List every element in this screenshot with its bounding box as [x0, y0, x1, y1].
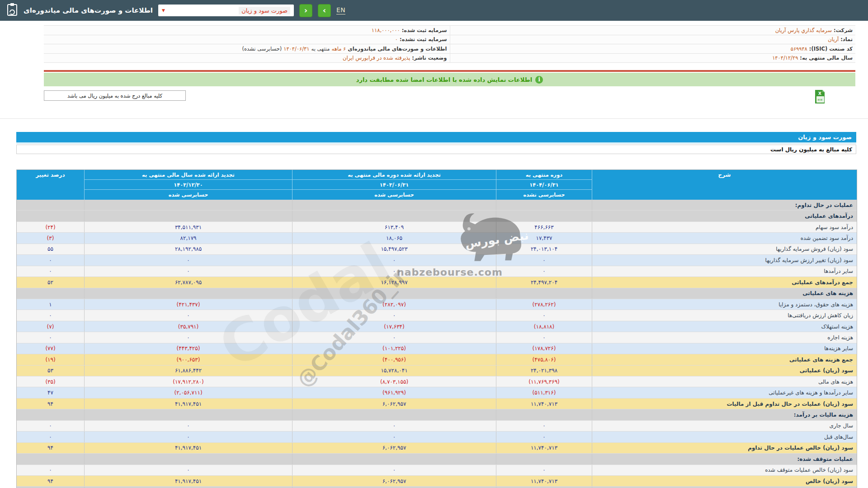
prev-statement-button[interactable]: ‹: [318, 4, 331, 17]
signature-match-notice: i اطلاعات نمایش داده شده با اطلاعات امضا…: [44, 73, 855, 86]
value-cell-c3: ۲۸,۱۹۲,۹۸۵: [84, 244, 292, 254]
value-cell-pct: (۱۹): [17, 354, 84, 365]
col-date-label: ۱۴۰۴/۰۶/۳۱: [496, 180, 592, 190]
svg-text:X: X: [818, 91, 821, 96]
value-cell-pct: ۵۲: [17, 277, 84, 287]
value-cell-c2: [292, 211, 496, 221]
company-info-cell: سرمایه ثبت نشده:۰: [44, 35, 450, 44]
data-row: درآمد سود تضمین شده۱۷,۴۳۷۱۸,۰۶۵۸۲,۱۷۹(۳): [17, 233, 857, 244]
value-cell-c1: (۵۱۱,۳۱۶): [496, 387, 592, 398]
value-cell-c2: [292, 200, 496, 210]
data-row: هزینه استهلاک(۱۸,۸۱۸)(۱۷,۶۳۴)(۳۵,۷۹۱)(۷): [17, 321, 857, 332]
value-cell-c3: ۰: [84, 255, 292, 265]
company-info-row: شرکت:سرمایه گذاري پارس آریانسرمایه ثبت ش…: [44, 26, 855, 35]
data-row: سال جاری۰۰۰۰: [17, 421, 857, 432]
value-cell-c1: ۰: [496, 266, 592, 277]
data-row: سود (زیان) خالص۱۱,۷۴۰,۷۱۳۶,۰۶۲,۹۵۷۴۱,۹۱۷…: [17, 476, 857, 487]
col-audit-label: حسابرسی شده: [85, 190, 292, 200]
value-cell-pct: (۷۷): [17, 343, 84, 354]
value-cell-c2: ۰: [292, 266, 496, 277]
row-label: درآمد سود سهام: [592, 222, 857, 232]
data-row: درآمد سود سهام۴۶۶,۶۶۳۶۱۳,۴۰۹۳۴,۵۱۱,۹۳۱(۲…: [17, 222, 857, 233]
value-cell-pct: (۷): [17, 321, 84, 332]
data-row: سود (زیان) تغییر ارزش سرمایه گذاریها۰۰۰۰: [17, 255, 857, 266]
row-label: هزینه های عملیاتی: [592, 288, 857, 299]
data-row: سود (زیان) عملیاتی۲۴,۰۲۱,۳۹۸۱۵,۷۲۸,۰۴۱۶۱…: [17, 366, 857, 376]
col-date-label: ۱۴۰۳/۱۲/۳۰: [85, 180, 292, 190]
next-statement-button[interactable]: ›: [299, 4, 312, 17]
value-cell-c1: ۰: [496, 465, 592, 475]
statement-title-bar: صورت سود و زیان: [16, 132, 856, 142]
value-cell-pct: [17, 200, 84, 210]
value-cell-c1: ۲۴,۰۲۱,۳۹۸: [496, 366, 592, 376]
value-cell-c1: ۲۴,۰۱۳,۱۰۴: [496, 244, 592, 254]
data-row: سایر درآمدها۰۰۰۰: [17, 266, 857, 277]
row-label: سال‌های قبل: [592, 432, 857, 442]
value-cell-c1: ۱۷,۴۳۷: [496, 233, 592, 243]
clipboard-refresh-icon[interactable]: [6, 3, 18, 18]
row-label: عملیات متوقف شده:: [592, 454, 857, 464]
value-cell-c1: ۰: [496, 332, 592, 343]
value-cell-c3: (۴۲۱,۴۳۷): [84, 299, 292, 310]
value-cell-c3: (۹۰۰,۶۵۳): [84, 354, 292, 365]
value-cell-c1: [496, 454, 592, 464]
col-group-restated-year: تجدید ارائه شده سال مالی منتهی به ۱۴۰۳/۱…: [84, 170, 292, 200]
value-cell-c1: (۱۸,۸۱۸): [496, 321, 592, 332]
data-row: هزینه های مالی(۱۱,۷۶۹,۳۶۹)(۸,۷۰۳,۱۵۵)(۱۷…: [17, 376, 857, 387]
top-navbar: اطلاعات و صورت‌های مالی میاندوره‌ای صورت…: [0, 0, 868, 21]
row-label: سود (زیان) خالص: [592, 476, 857, 486]
company-info-cell: شرکت:سرمایه گذاري پارس آریان: [450, 26, 856, 35]
col-group-current-period: دوره منتهی به ۱۴۰۴/۰۶/۳۱ حسابرسی نشده: [496, 170, 592, 200]
company-info-row: سال مالی منتهی به:۱۴۰۴/۱۲/۲۹وضعیت ناشر:پ…: [44, 54, 855, 63]
col-top-label: تجدید ارائه شده دوره مالی منتهی به: [292, 170, 496, 180]
row-label: عملیات در حال تداوم:: [592, 200, 857, 210]
value-cell-pct: ۰: [17, 465, 84, 475]
english-language-link[interactable]: EN: [336, 6, 345, 14]
unit-note-row: کلیه مبالغ به میلیون ریال است: [16, 145, 856, 154]
value-cell-c3: ۰: [84, 310, 292, 320]
section-row: عملیات در حال تداوم:: [17, 200, 857, 211]
value-cell-c1: (۱۷۸,۷۲۶): [496, 343, 592, 354]
value-cell-c2: ۰: [292, 310, 496, 320]
value-cell-c1: [496, 200, 592, 210]
value-cell-c1: [496, 288, 592, 299]
row-label: سود (زیان) عملیاتی: [592, 366, 857, 376]
value-cell-c2: (۱۰۱,۲۲۵): [292, 343, 496, 354]
value-cell-c2: ۶,۰۶۲,۹۵۷: [292, 443, 496, 453]
company-info-cell: سال مالی منتهی به:۱۴۰۴/۱۲/۲۹: [450, 54, 856, 63]
col-top-label: تجدید ارائه شده سال مالی منتهی به: [85, 170, 292, 180]
value-cell-c3: (۱۷,۹۱۲,۲۸۰): [84, 376, 292, 387]
value-cell-c3: ۰: [84, 266, 292, 277]
data-row: سود (زیان) فروش سرمایه گذاریها۲۴,۰۱۳,۱۰۴…: [17, 244, 857, 255]
row-label: جمع هزینه های عملیاتی: [592, 354, 857, 365]
row-label: هزینه های حقوق، دستمزد و مزایا: [592, 299, 857, 310]
col-header-change-percent: درصد تغییر: [17, 170, 84, 200]
company-info-row: کد صنعت (ISIC):۵۶۹۹۴۸اطلاعات و صورت‌های …: [44, 44, 855, 54]
company-info-table: شرکت:سرمایه گذاري پارس آریانسرمایه ثبت ش…: [44, 25, 855, 63]
company-info-cell: کد صنعت (ISIC):۵۶۹۹۴۸: [450, 44, 856, 53]
value-cell-c1: ۰: [496, 310, 592, 320]
col-audit-label: حسابرسی نشده: [496, 190, 592, 200]
data-row: سایر درآمدها و هزینه های غیرعملیاتی(۵۱۱,…: [17, 387, 857, 398]
value-cell-pct: ۰: [17, 255, 84, 265]
row-label: جمع درآمدهای عملیاتی: [592, 277, 857, 287]
value-cell-pct: (۲۴): [17, 222, 84, 232]
value-cell-pct: ۰: [17, 266, 84, 277]
excel-export-icon[interactable]: X ≡≡: [813, 89, 826, 104]
value-cell-c3: (۳۵,۷۹۱): [84, 321, 292, 332]
row-label: سود (زیان) عملیات در حال تداوم قبل از ما…: [592, 399, 857, 409]
data-row: هزینه های حقوق، دستمزد و مزایا(۲۷۸,۲۶۲)(…: [17, 299, 857, 310]
page-title: اطلاعات و صورت‌های مالی میاندوره‌ای: [24, 6, 153, 14]
value-cell-c3: ۴۱,۹۱۷,۴۵۱: [84, 399, 292, 409]
value-cell-c3: [84, 454, 292, 464]
value-cell-pct: [17, 288, 84, 299]
value-cell-c2: ۰: [292, 421, 496, 431]
row-label: سایر درآمدها و هزینه های غیرعملیاتی: [592, 387, 857, 398]
notice-text: اطلاعات نمایش داده شده با اطلاعات امضا ش…: [356, 76, 533, 83]
value-cell-pct: (۳): [17, 233, 84, 243]
value-cell-c3: ۳۴,۵۱۱,۹۳۱: [84, 222, 292, 232]
col-top-label: دوره منتهی به: [496, 170, 592, 180]
statement-dropdown[interactable]: صورت سود و زیان ▼: [158, 5, 294, 16]
data-row: سود (زیان) عملیات در حال تداوم قبل از ما…: [17, 399, 857, 409]
value-cell-c2: ۰: [292, 465, 496, 475]
